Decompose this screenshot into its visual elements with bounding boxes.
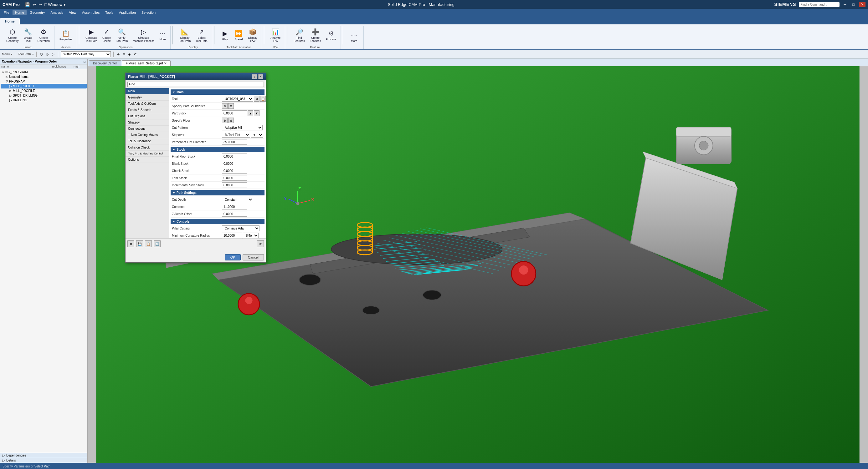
- details-panel[interactable]: ▷ Details: [0, 458, 87, 463]
- tool-select[interactable]: UGT0201_087: [222, 96, 253, 102]
- nav-strategy[interactable]: Strategy: [126, 120, 169, 126]
- toolbar-icon-7[interactable]: ↺: [133, 52, 137, 57]
- close-btn[interactable]: ✕: [859, 2, 866, 7]
- toolbar-icon-2[interactable]: ◎: [45, 52, 50, 57]
- qat-undo[interactable]: ↩: [32, 2, 37, 7]
- part-stock-up[interactable]: ▲: [248, 110, 253, 116]
- generate-toolpath-btn[interactable]: ▶ GenerateTool Path: [84, 27, 99, 44]
- min-curvature-input[interactable]: [222, 233, 242, 238]
- nav-non-cutting[interactable]: Non Cutting Moves: [126, 132, 169, 138]
- nav-tool-axis[interactable]: Tool Axis & CutCom: [126, 101, 169, 107]
- tab-home[interactable]: Home: [0, 18, 20, 24]
- menu-analysis[interactable]: Analysis: [48, 10, 66, 15]
- section-controls-header[interactable]: ▼ Controls: [170, 219, 265, 224]
- tab-fixture[interactable]: Fixture_asm_Setup_1.prt ✕: [122, 60, 170, 66]
- section-main-header[interactable]: ▼ Main: [170, 90, 265, 95]
- toolbar-icon-5[interactable]: ⊖: [122, 52, 126, 57]
- cancel-btn[interactable]: Cancel: [243, 254, 264, 261]
- analyze-ipw-btn[interactable]: 📊 AnalyzeIPW: [269, 27, 282, 44]
- specify-part-btn2[interactable]: ⊖: [228, 103, 234, 109]
- menu-selection[interactable]: Selection: [139, 10, 158, 15]
- specify-part-btn[interactable]: ⊕: [222, 103, 227, 109]
- part-stock-down[interactable]: ▼: [254, 110, 259, 116]
- tree-mill-profile[interactable]: ▷ MILL_PROFILE: [1, 89, 87, 93]
- create-geometry-btn[interactable]: ⬡ CreateGeometry: [4, 27, 21, 44]
- op-navigator-expand[interactable]: □: [84, 60, 86, 63]
- toolbar-icon-4[interactable]: ⊕: [116, 52, 121, 57]
- menu-view[interactable]: View: [66, 10, 79, 15]
- qat-window[interactable]: □ Window ▾: [43, 2, 67, 7]
- more-ops-btn[interactable]: ⋯ More: [157, 27, 168, 44]
- footer-btn-4[interactable]: 🔄: [154, 240, 161, 247]
- create-features-btn[interactable]: ➕ CreateFeatures: [308, 27, 323, 44]
- trim-stock-input[interactable]: [222, 175, 247, 181]
- cut-depth-select[interactable]: Constant: [222, 197, 253, 202]
- find-features-btn[interactable]: 🔎 FindFeatures: [292, 27, 307, 44]
- stepover-unit-select[interactable]: % Tool Flat: [222, 132, 250, 138]
- nav-feeds-speeds[interactable]: Feeds & Speeds: [126, 107, 169, 113]
- ok-btn[interactable]: OK: [225, 254, 241, 261]
- common-input[interactable]: [222, 204, 247, 209]
- tree-drilling[interactable]: ▷ DRILLING: [1, 98, 87, 103]
- qat-redo[interactable]: ↪: [37, 2, 43, 7]
- nav-main[interactable]: Main: [126, 88, 169, 94]
- menu-home[interactable]: Home: [12, 10, 27, 15]
- min-curvature-unit[interactable]: %Toc: [243, 233, 258, 238]
- toolbar-icon-1[interactable]: ⬡: [39, 52, 44, 57]
- display-ipw-btn[interactable]: 📦 DisplayIPW: [246, 27, 259, 44]
- gouge-check-btn[interactable]: ✓ GougeCheck: [100, 27, 113, 44]
- simulate-btn[interactable]: ▷ SimulateMachine Process: [131, 27, 156, 44]
- planar-mill-dialog[interactable]: Planar Mill - [MILL_POCKET] ? ✕ Find: [125, 72, 266, 263]
- tab-discovery-center[interactable]: Discovery Center: [89, 60, 121, 66]
- footer-btn-3[interactable]: 📋: [145, 240, 152, 247]
- final-floor-stock-input[interactable]: [222, 154, 247, 159]
- nav-collision-check[interactable]: Collision Check: [126, 144, 169, 151]
- stepover-select[interactable]: ▾: [251, 132, 263, 138]
- menu-tools[interactable]: Tools: [103, 10, 116, 15]
- command-search[interactable]: [799, 2, 839, 7]
- create-tool-btn[interactable]: 🔧 CreateTool: [22, 27, 34, 44]
- viewport[interactable]: X Z Y Planar Mill - [MILL_POCKET] ? ✕: [88, 66, 868, 463]
- incremental-side-stock-input[interactable]: [222, 182, 247, 188]
- blank-stock-input[interactable]: [222, 161, 247, 166]
- process-btn[interactable]: ⚙ Process: [324, 27, 338, 44]
- menu-assemblies[interactable]: Assemblies: [80, 10, 102, 15]
- check-stock-input[interactable]: [222, 168, 247, 173]
- speed-btn[interactable]: ⏩ Speed: [232, 27, 245, 44]
- minimize-btn[interactable]: ─: [842, 2, 848, 7]
- nav-options[interactable]: Options: [126, 157, 169, 163]
- nav-cut-regions[interactable]: Cut Regions: [126, 113, 169, 120]
- nav-connections[interactable]: Connections: [126, 126, 169, 132]
- select-toolpath-btn[interactable]: ↗ SelectTool Path: [194, 27, 209, 44]
- section-stock-header[interactable]: ▼ Stock: [170, 147, 265, 152]
- tree-nc-program[interactable]: ▽ NC_PROGRAM: [1, 70, 87, 74]
- verify-toolpath-btn[interactable]: 🔍 VerifyTool Path: [114, 27, 130, 44]
- tool-btn-2[interactable]: 📋: [260, 96, 266, 102]
- dependencies-panel[interactable]: ▷ Dependencies: [0, 453, 87, 458]
- dialog-help-btn[interactable]: ?: [252, 74, 257, 79]
- section-path-settings-header[interactable]: ▼ Path Settings: [170, 190, 265, 195]
- tree-unused-items[interactable]: ▷ Unused Items: [1, 74, 87, 79]
- specify-floor-btn2[interactable]: ⊖: [228, 118, 234, 123]
- cut-pattern-select[interactable]: Adaptive Mill: [222, 125, 262, 130]
- toolbar-icon-6[interactable]: ◈: [127, 52, 132, 57]
- play-btn[interactable]: ▶ Play: [219, 27, 231, 44]
- specify-floor-btn[interactable]: ⊕: [222, 118, 227, 123]
- nav-tool-prg-machine[interactable]: Tool, Prg & Machine Control: [126, 151, 169, 157]
- more-ribbon-btn[interactable]: ⋯ More: [348, 28, 360, 46]
- qat-save[interactable]: 💾: [24, 2, 31, 7]
- footer-btn-2[interactable]: 💾: [136, 240, 143, 247]
- within-work-part-dropdown[interactable]: Within Work Part Only: [61, 51, 111, 57]
- menu-geometry[interactable]: Geometry: [27, 10, 47, 15]
- tree-program[interactable]: ▽ PROGRAM: [1, 79, 87, 84]
- z-depth-offset-input[interactable]: [222, 211, 247, 217]
- properties-btn[interactable]: 📋 Properties: [58, 27, 74, 44]
- footer-btn-1[interactable]: ⚙: [127, 240, 134, 247]
- pillar-cutting-select[interactable]: Continue Adaj: [222, 226, 259, 231]
- maximize-btn[interactable]: □: [850, 2, 857, 7]
- percent-flat-input[interactable]: [222, 139, 247, 145]
- display-toolpath-btn[interactable]: 📐 DisplayTool Path: [177, 27, 193, 44]
- menu-file[interactable]: File: [1, 10, 12, 15]
- nav-geometry[interactable]: Geometry: [126, 94, 169, 101]
- footer-preview-btn[interactable]: 👁: [257, 240, 264, 247]
